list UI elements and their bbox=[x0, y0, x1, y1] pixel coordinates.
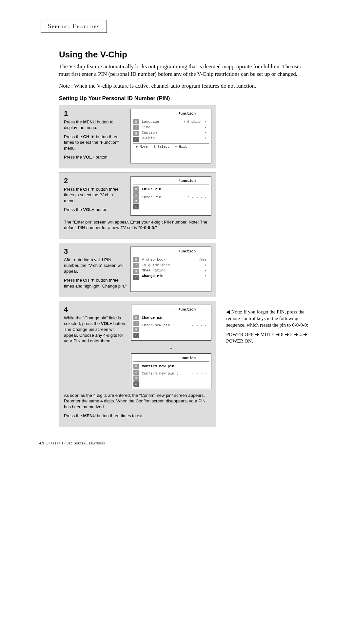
step-2: 2 Press the CH ▼ button three times to s… bbox=[59, 172, 216, 239]
tv-icon: ▣ bbox=[133, 327, 139, 332]
step-text: While the "Change pin" field is selected… bbox=[64, 315, 128, 344]
step-text: After entering a valid PIN number, the "… bbox=[64, 257, 127, 274]
page-title: Using the V-Chip bbox=[59, 50, 308, 60]
note-paragraph: Note : When the V-chip feature is active… bbox=[59, 83, 308, 89]
tv-icon: ▣ bbox=[133, 131, 139, 136]
step-number: 3 bbox=[64, 247, 127, 256]
osd-title: Function bbox=[133, 179, 209, 184]
osd-title: Function bbox=[133, 249, 209, 255]
step-bottom-text: As soon as the 4 digits are entered, the… bbox=[64, 393, 211, 410]
osd-screenshot-4b: Function ▦ ♫ ▣ ⌂ Comfirm new pin bbox=[131, 353, 211, 389]
subheading: Setting Up Your Personal ID Number (PIN) bbox=[59, 95, 308, 102]
side-note: ◀ Note: If you forget the PIN, press the… bbox=[226, 309, 318, 347]
step-text: Press the CH ▼ button three times to sel… bbox=[64, 134, 127, 151]
osd-screenshot-2: Function ▦ ♫ ▣ ⌂ Enter Pin En bbox=[130, 176, 211, 216]
function-icon: ⌂ bbox=[133, 275, 139, 280]
page-number: 4.9 bbox=[39, 441, 44, 445]
step-3: 3 After entering a valid PIN number, the… bbox=[59, 243, 216, 297]
music-icon: ♫ bbox=[133, 263, 139, 268]
side-note-p2: POWER OFF ➔ MUTE ➔ 8 ➔ 2 ➔ 4 ➔ POWER ON. bbox=[226, 331, 318, 345]
section-header: Special Features bbox=[41, 20, 107, 33]
footer-text: Chapter Four: Special Features bbox=[44, 441, 105, 445]
music-icon: ♫ bbox=[133, 192, 139, 198]
tv-icon: ▣ bbox=[133, 376, 139, 381]
step-text: Press the VOL+ button. bbox=[64, 207, 127, 213]
music-icon: ♫ bbox=[133, 125, 139, 130]
step-4: 4 While the "Change pin" field is select… bbox=[59, 301, 216, 427]
function-icon: ⌂ bbox=[133, 137, 139, 142]
osd-screenshot-4a: Function ▦ ♫ ▣ ⌂ Change pin bbox=[131, 305, 211, 341]
osd-title: Function bbox=[133, 307, 209, 313]
step-bottom-text: The "Enter pin" screen will appear. Ente… bbox=[64, 219, 211, 231]
function-icon: ⌂ bbox=[133, 381, 139, 387]
settings-icon: ▦ bbox=[133, 257, 139, 262]
osd-screenshot-3: Function ▦ ♫ ▣ ⌂ V-chip Lock:Yes TV guid… bbox=[130, 247, 211, 292]
osd-screenshot-1: Function ▦ ♫ ▣ ⌂ Language◂ English ▸ Tim… bbox=[130, 109, 211, 163]
down-arrow-icon: ↓ bbox=[131, 342, 211, 352]
settings-icon: ▦ bbox=[133, 186, 139, 192]
tv-icon: ▣ bbox=[133, 198, 139, 204]
osd-title: Function bbox=[133, 111, 209, 117]
step-text: Press the CH ▼ button three times to sel… bbox=[64, 186, 127, 204]
step-text: Press the MENU button to display the men… bbox=[64, 119, 127, 131]
osd-title: Function bbox=[133, 356, 209, 362]
osd-foot-exit: ▭ Exit bbox=[175, 145, 187, 149]
osd-foot-select: ± Select bbox=[153, 145, 169, 149]
step-text: Press the CH ▼ button three times and hi… bbox=[64, 277, 127, 289]
settings-icon: ▦ bbox=[133, 119, 139, 124]
step-text: Press the VOL+ button. bbox=[64, 154, 127, 160]
step-number: 4 bbox=[64, 305, 128, 314]
function-icon: ⌂ bbox=[133, 333, 139, 338]
side-note-p1: ◀ Note: If you forget the PIN, press the… bbox=[226, 309, 318, 329]
step-number: 1 bbox=[64, 109, 127, 118]
page-footer: 4.9 Chapter Four: Special Features bbox=[39, 441, 321, 446]
step-number: 2 bbox=[64, 176, 127, 186]
settings-icon: ▦ bbox=[133, 315, 139, 320]
function-icon: ⌂ bbox=[133, 204, 139, 209]
intro-paragraph: The V-Chip feature automatically locks o… bbox=[59, 63, 308, 78]
step-bottom-text: Press the MENU button three times to exi… bbox=[64, 413, 211, 419]
osd-foot-move: ◆ Move bbox=[136, 145, 148, 149]
tv-icon: ▣ bbox=[133, 269, 139, 274]
settings-icon: ▦ bbox=[133, 364, 139, 369]
step-1: 1 Press the MENU button to display the m… bbox=[59, 105, 216, 168]
music-icon: ♫ bbox=[133, 321, 139, 326]
music-icon: ♫ bbox=[133, 370, 139, 375]
